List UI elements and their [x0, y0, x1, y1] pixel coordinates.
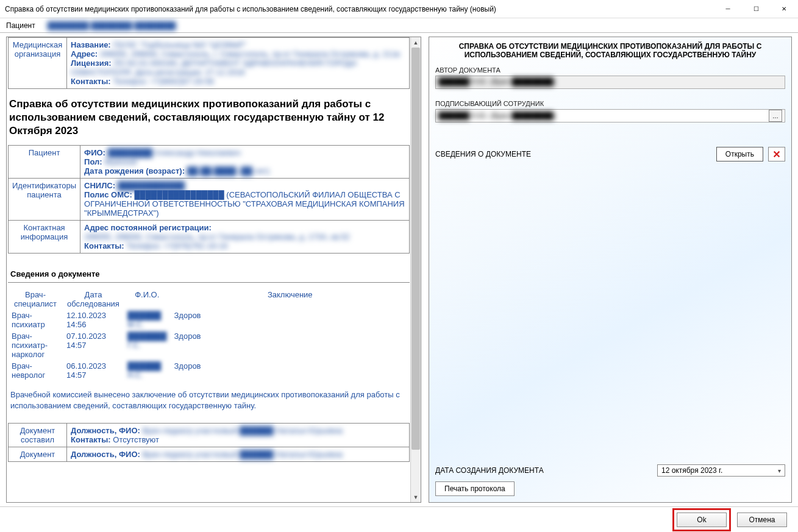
ids-section-label: Идентификаторы пациента	[9, 179, 80, 221]
exam-cell: ███████ Г.С.	[127, 332, 166, 350]
right-heading: СПРАВКА ОБ ОТСУТСТВИИ МЕДИЦИНСКИХ ПРОТИВ…	[435, 42, 785, 59]
conclusion-text: Врачебной комиссией вынесено заключение …	[10, 389, 407, 411]
exam-cell: ██████ М.С.	[127, 311, 161, 329]
signer-input[interactable]	[438, 112, 766, 120]
exam-cell: Врач-психиатр-нарколог	[8, 330, 63, 360]
scroll-up-icon[interactable]: ▲	[411, 37, 421, 48]
patient-bar-label: Пациент	[6, 21, 35, 30]
contact-cont-label: Контакты:	[84, 241, 124, 250]
patient-fio-label: ФИО:	[84, 148, 105, 157]
org-lic-label: Лицензия:	[71, 59, 112, 68]
exam-col-date: Дата обследования	[63, 289, 124, 310]
signer-field[interactable]: …	[435, 109, 785, 122]
titlebar: Справка об отсутствии медицинских против…	[0, 0, 798, 18]
minimize-button[interactable]: ─	[714, 0, 742, 18]
open-button[interactable]: Открыть	[716, 147, 763, 161]
author-value: ██████ Н.Ю. (Врач-████████)	[438, 77, 555, 86]
org-cont-value: Телефон: +7(8692)67-29-56	[113, 77, 214, 86]
composed-post2-value: Врач-педиатр участковый ██████ Наталья Ю…	[142, 450, 343, 459]
patient-sex-label: Пол:	[84, 157, 102, 166]
ids-polis-label: Полис ОМС:	[84, 190, 132, 199]
patient-dob-label: Дата рождения (возраст):	[84, 166, 185, 176]
document-scrollbox: Медицинская организация Название: ГБУЗС …	[6, 37, 421, 503]
composed-post-value: Врач-педиатр участковый ██████ Наталья Ю…	[142, 426, 343, 435]
ids-snils-value: ████████████	[118, 181, 185, 190]
org-addr-value: 299055, 299000, Севастополь, г. Севастоп…	[100, 49, 400, 59]
date-picker[interactable]: 12 октября 2023 г. ▾	[657, 464, 785, 477]
exam-cell: Здоров	[170, 310, 410, 330]
composed-post2-label: Должность, ФИО:	[71, 450, 140, 459]
exam-col-fio: Ф.И.О.	[124, 289, 170, 310]
patient-table: Пациент ФИО: ████████ Александр Николаев…	[8, 145, 410, 254]
org-name-label: Название:	[71, 40, 111, 49]
scroll-thumb[interactable]	[411, 48, 420, 450]
exam-row: Врач-психиатр-нарколог 07.10.2023 14:57 …	[8, 330, 410, 360]
exam-cell: Врач-психиатр	[8, 310, 63, 330]
signer-browse-button[interactable]: …	[769, 110, 782, 122]
separator	[8, 282, 410, 283]
exam-col-concl: Заключение	[170, 289, 410, 310]
maximize-button[interactable]: ☐	[742, 0, 770, 18]
date-label: ДАТА СОЗДАНИЯ ДОКУМЕНТА	[435, 466, 544, 475]
exam-cell: ██████ Н.С.	[127, 361, 161, 380]
red-x-icon	[772, 150, 781, 158]
date-value: 12 октября 2023 г.	[661, 466, 722, 475]
composed-row2-label: Документ	[9, 447, 67, 462]
window-title: Справка об отсутствии медицинских против…	[5, 5, 714, 13]
composed-cont-label: Контакты:	[71, 435, 111, 444]
delete-doc-button[interactable]	[768, 147, 785, 161]
ids-polis-value: ████████████████ (СЕВАСТОПОЛЬСКИЙ ФИЛИАЛ…	[84, 190, 405, 218]
author-label: АВТОР ДОКУМЕНТА	[435, 66, 785, 74]
ids-snils-label: СНИЛС:	[84, 181, 115, 190]
close-button[interactable]: ✕	[770, 0, 798, 18]
contact-addr-value: 299055, 299000, Севастополь, пр-кт Генер…	[84, 232, 350, 241]
exam-row: Врач-невролог 06.10.2023 14:57 ██████ Н.…	[8, 360, 410, 381]
patient-fio-value: ████████ Александр Николаевич	[108, 148, 241, 157]
org-name-value: ГБУЗС "Горбольница №5 "ЦОЗМиР"	[113, 40, 246, 49]
signer-label: ПОДПИСЫВАЮЩИЙ СОТРУДНИК	[435, 100, 785, 107]
exam-row: Врач-психиатр 12.10.2023 14:56 ██████ М.…	[8, 310, 410, 330]
exam-cell: Здоров	[170, 330, 410, 360]
contact-section-label: Контактная информация	[9, 221, 80, 254]
scroll-down-icon[interactable]: ▼	[411, 492, 421, 502]
docinfo-subhead: Сведения о документе	[10, 269, 407, 278]
composed-cont-value: Отсутствуют	[113, 435, 159, 444]
exam-cell: 12.10.2023 14:56	[63, 310, 124, 330]
org-table: Медицинская организация Название: ГБУЗС …	[8, 37, 410, 89]
org-lic-value: ЛО-92-01-000160, ДЕПАРТАМЕНТ ЗДРАВООХРАН…	[71, 59, 357, 77]
footer: Ok Отмена	[0, 506, 798, 532]
patient-bar-name[interactable]: ████████ ████████ ████████	[48, 21, 176, 30]
exam-table: Врач-специалист Дата обследования Ф.И.О.…	[8, 289, 410, 381]
patient-bar: Пациент ████████ ████████ ████████	[0, 18, 798, 33]
contact-cont-value: Телефон: +7(978)791-19-19	[126, 241, 227, 250]
exam-cell: Врач-невролог	[8, 360, 63, 381]
composed-post-label: Должность, ФИО:	[71, 426, 140, 435]
docinfo-label: СВЕДЕНИЯ О ДОКУМЕНТЕ	[435, 150, 531, 158]
exam-cell: 07.10.2023 14:57	[63, 330, 124, 360]
calendar-dropdown-icon[interactable]: ▾	[778, 467, 781, 474]
exam-cell: 06.10.2023 14:57	[63, 360, 124, 381]
patient-dob-value: ██.██.████ (██ лет)	[187, 166, 270, 176]
org-section-label: Медицинская организация	[9, 38, 67, 89]
org-addr-label: Адрес:	[71, 49, 98, 59]
exam-col-spec: Врач-специалист	[8, 289, 63, 310]
left-pane: Медицинская организация Название: ГБУЗС …	[0, 33, 422, 506]
org-cont-label: Контакты:	[71, 77, 111, 86]
composed-row1-label: Документ составил	[9, 424, 67, 447]
composed-table: Документ составил Должность, ФИО: Врач-п…	[8, 423, 410, 462]
author-field[interactable]: ██████ Н.Ю. (Врач-████████)	[435, 76, 785, 89]
document-heading: Справка об отсутствии медицинских против…	[9, 98, 408, 138]
patient-section-label: Пациент	[9, 146, 80, 179]
vertical-scrollbar[interactable]: ▲ ▼	[410, 37, 421, 502]
exam-cell: Здоров	[170, 360, 410, 381]
cancel-button[interactable]: Отмена	[737, 512, 787, 527]
right-pane: СПРАВКА ОБ ОТСУТСТВИИ МЕДИЦИНСКИХ ПРОТИВ…	[422, 33, 798, 506]
ok-highlight: Ok	[672, 508, 731, 531]
print-protocol-button[interactable]: Печать протокола	[435, 481, 515, 496]
ok-button[interactable]: Ok	[677, 512, 727, 527]
patient-sex-value: Мужской	[104, 157, 137, 166]
contact-addr-label: Адрес постоянной регистрации:	[84, 223, 212, 232]
